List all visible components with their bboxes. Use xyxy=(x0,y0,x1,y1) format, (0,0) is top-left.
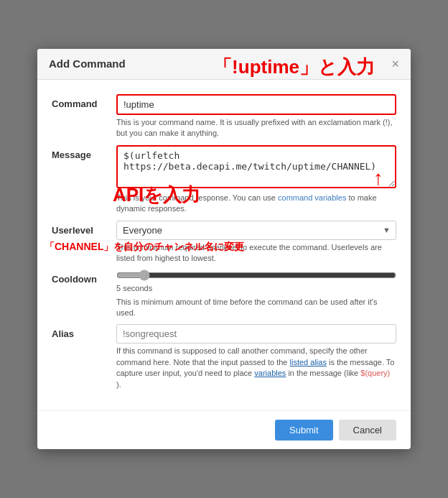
command-label: Command xyxy=(52,94,116,109)
cooldown-label: Cooldown xyxy=(52,269,116,285)
message-row: Message $(urlfetch https://beta.decapi.m… xyxy=(52,145,396,215)
cooldown-slider[interactable] xyxy=(116,269,396,281)
modal-footer: Submit Cancel xyxy=(37,410,411,449)
cooldown-row: Cooldown 5 seconds This is minimum amoun… xyxy=(52,269,396,318)
alias-link[interactable]: listed alias xyxy=(290,358,327,366)
alias-input[interactable] xyxy=(116,324,396,343)
alias-field: If this command is supposed to call anot… xyxy=(116,324,396,390)
modal-header: Add Command × xyxy=(37,49,411,80)
userlevel-select-wrapper: Everyone Regular Subscriber Moderator Ed… xyxy=(116,221,396,240)
modal-body: Command This is your command name. It is… xyxy=(37,80,411,403)
userlevel-hint: This is minimum required userlevel to ex… xyxy=(116,242,396,264)
variables-link[interactable]: variables xyxy=(254,369,286,377)
message-label: Message xyxy=(52,145,116,160)
cooldown-hint: This is minimum amount of time before th… xyxy=(116,297,396,319)
command-input[interactable] xyxy=(116,94,396,115)
cooldown-seconds: 5 seconds xyxy=(116,283,396,294)
message-textarea[interactable]: $(urlfetch https://beta.decapi.me/twitch… xyxy=(116,145,396,188)
alias-label: Alias xyxy=(52,324,116,339)
modal-title: Add Command xyxy=(49,57,126,70)
userlevel-label: Userlevel xyxy=(52,221,116,236)
alias-hint: If this command is supposed to call anot… xyxy=(116,346,396,390)
cancel-button[interactable]: Cancel xyxy=(339,420,396,441)
command-variables-link[interactable]: command variables xyxy=(278,193,346,202)
userlevel-row: Userlevel Everyone Regular Subscriber Mo… xyxy=(52,221,396,264)
cooldown-field: 5 seconds This is minimum amount of time… xyxy=(116,269,396,318)
query-variable: $(query) xyxy=(360,369,390,377)
userlevel-field: Everyone Regular Subscriber Moderator Ed… xyxy=(116,221,396,264)
userlevel-select[interactable]: Everyone Regular Subscriber Moderator Ed… xyxy=(116,221,396,240)
cooldown-slider-wrapper xyxy=(116,269,396,281)
command-row: Command This is your command name. It is… xyxy=(52,94,396,139)
command-hint: This is your command name. It is usually… xyxy=(116,117,396,139)
message-hint: This is your command response. You can u… xyxy=(116,193,396,215)
submit-button[interactable]: Submit xyxy=(275,420,332,441)
command-field: This is your command name. It is usually… xyxy=(116,94,396,139)
message-field: $(urlfetch https://beta.decapi.me/twitch… xyxy=(116,145,396,215)
close-button[interactable]: × xyxy=(391,57,399,70)
alias-row: Alias If this command is supposed to cal… xyxy=(52,324,396,390)
